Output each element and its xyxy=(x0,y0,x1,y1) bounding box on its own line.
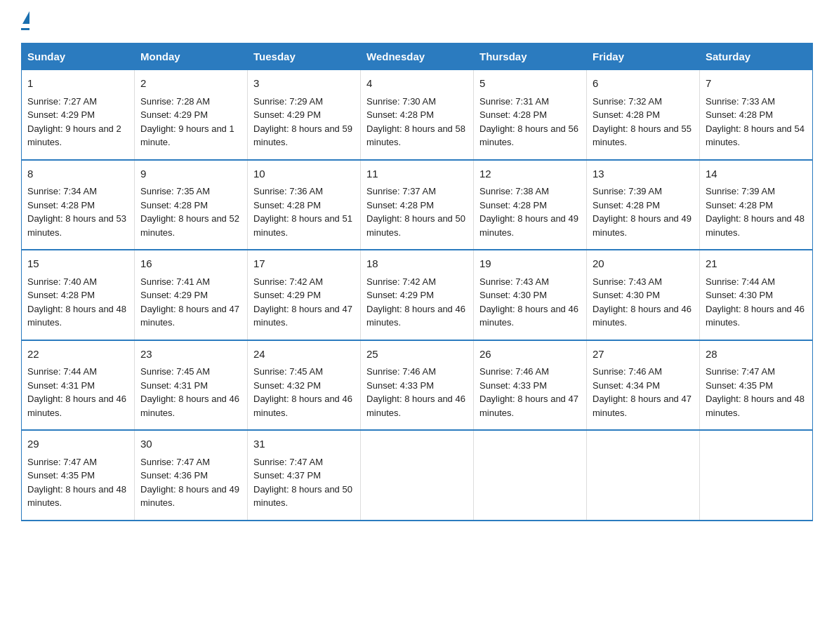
calendar-cell: 13 Sunrise: 7:39 AM Sunset: 4:28 PM Dayl… xyxy=(587,160,700,250)
day-sunset: Sunset: 4:28 PM xyxy=(706,108,807,122)
day-number: 18 xyxy=(366,256,468,272)
column-header-saturday: Saturday xyxy=(700,43,813,70)
day-sunrise: Sunrise: 7:45 AM xyxy=(253,365,355,379)
day-number: 26 xyxy=(479,347,581,363)
logo xyxy=(21,14,29,30)
calendar-table: SundayMondayTuesdayWednesdayThursdayFrid… xyxy=(21,43,813,521)
day-sunset: Sunset: 4:29 PM xyxy=(140,108,241,122)
calendar-cell: 7 Sunrise: 7:33 AM Sunset: 4:28 PM Dayli… xyxy=(700,70,813,160)
day-daylight: Daylight: 8 hours and 59 minutes. xyxy=(253,122,355,149)
day-number: 22 xyxy=(27,347,128,363)
day-daylight: Daylight: 8 hours and 47 minutes. xyxy=(140,302,241,330)
calendar-cell: 24 Sunrise: 7:45 AM Sunset: 4:32 PM Dayl… xyxy=(248,340,361,431)
day-daylight: Daylight: 8 hours and 49 minutes. xyxy=(140,483,241,510)
day-sunset: Sunset: 4:33 PM xyxy=(479,379,581,393)
day-sunset: Sunset: 4:37 PM xyxy=(253,469,355,483)
day-daylight: Daylight: 8 hours and 54 minutes. xyxy=(706,122,807,149)
day-sunrise: Sunrise: 7:37 AM xyxy=(366,185,468,199)
day-sunrise: Sunrise: 7:42 AM xyxy=(253,275,355,289)
calendar-cell: 20 Sunrise: 7:43 AM Sunset: 4:30 PM Dayl… xyxy=(587,250,700,340)
day-sunrise: Sunrise: 7:31 AM xyxy=(479,95,581,109)
calendar-cell: 19 Sunrise: 7:43 AM Sunset: 4:30 PM Dayl… xyxy=(474,250,587,340)
day-daylight: Daylight: 8 hours and 52 minutes. xyxy=(140,212,241,239)
day-sunrise: Sunrise: 7:32 AM xyxy=(593,95,694,109)
column-header-wednesday: Wednesday xyxy=(361,43,474,70)
day-sunset: Sunset: 4:28 PM xyxy=(27,288,128,302)
day-number: 25 xyxy=(366,347,468,363)
day-number: 14 xyxy=(706,166,807,182)
day-sunset: Sunset: 4:28 PM xyxy=(593,199,694,213)
day-sunset: Sunset: 4:28 PM xyxy=(366,199,468,213)
day-sunrise: Sunrise: 7:41 AM xyxy=(140,275,241,289)
day-sunrise: Sunrise: 7:40 AM xyxy=(27,275,128,289)
day-sunset: Sunset: 4:33 PM xyxy=(366,379,468,393)
day-sunset: Sunset: 4:36 PM xyxy=(140,469,241,483)
calendar-cell: 16 Sunrise: 7:41 AM Sunset: 4:29 PM Dayl… xyxy=(135,250,248,340)
day-sunrise: Sunrise: 7:28 AM xyxy=(140,95,241,109)
calendar-cell: 4 Sunrise: 7:30 AM Sunset: 4:28 PM Dayli… xyxy=(361,70,474,160)
day-number: 16 xyxy=(140,256,241,272)
calendar-cell: 31 Sunrise: 7:47 AM Sunset: 4:37 PM Dayl… xyxy=(248,430,361,521)
calendar-week-row: 15 Sunrise: 7:40 AM Sunset: 4:28 PM Dayl… xyxy=(22,250,813,340)
calendar-cell: 8 Sunrise: 7:34 AM Sunset: 4:28 PM Dayli… xyxy=(22,160,135,250)
day-sunrise: Sunrise: 7:47 AM xyxy=(27,455,128,469)
day-sunrise: Sunrise: 7:43 AM xyxy=(479,275,581,289)
day-daylight: Daylight: 8 hours and 47 minutes. xyxy=(593,392,694,420)
day-daylight: Daylight: 8 hours and 49 minutes. xyxy=(479,212,581,239)
column-header-tuesday: Tuesday xyxy=(248,43,361,70)
day-sunrise: Sunrise: 7:33 AM xyxy=(706,95,807,109)
column-header-monday: Monday xyxy=(135,43,248,70)
day-daylight: Daylight: 8 hours and 53 minutes. xyxy=(27,212,128,239)
day-daylight: Daylight: 8 hours and 48 minutes. xyxy=(27,483,128,510)
day-sunrise: Sunrise: 7:45 AM xyxy=(140,365,241,379)
day-number: 24 xyxy=(253,347,355,363)
day-sunset: Sunset: 4:28 PM xyxy=(479,108,581,122)
day-sunrise: Sunrise: 7:29 AM xyxy=(253,95,355,109)
calendar-cell: 2 Sunrise: 7:28 AM Sunset: 4:29 PM Dayli… xyxy=(135,70,248,160)
day-sunrise: Sunrise: 7:35 AM xyxy=(140,185,241,199)
day-number: 12 xyxy=(479,166,581,182)
day-sunset: Sunset: 4:34 PM xyxy=(593,379,694,393)
calendar-cell: 22 Sunrise: 7:44 AM Sunset: 4:31 PM Dayl… xyxy=(22,340,135,431)
day-daylight: Daylight: 8 hours and 55 minutes. xyxy=(593,122,694,149)
day-number: 3 xyxy=(253,76,355,92)
day-sunset: Sunset: 4:31 PM xyxy=(140,379,241,393)
calendar-cell xyxy=(587,430,700,521)
day-number: 2 xyxy=(140,76,241,92)
day-sunrise: Sunrise: 7:47 AM xyxy=(140,455,241,469)
calendar-cell: 3 Sunrise: 7:29 AM Sunset: 4:29 PM Dayli… xyxy=(248,70,361,160)
calendar-cell: 15 Sunrise: 7:40 AM Sunset: 4:28 PM Dayl… xyxy=(22,250,135,340)
day-sunset: Sunset: 4:28 PM xyxy=(253,199,355,213)
day-sunset: Sunset: 4:29 PM xyxy=(140,288,241,302)
day-number: 23 xyxy=(140,347,241,363)
day-sunset: Sunset: 4:30 PM xyxy=(593,288,694,302)
day-daylight: Daylight: 8 hours and 50 minutes. xyxy=(253,483,355,510)
day-number: 7 xyxy=(706,76,807,92)
day-sunset: Sunset: 4:29 PM xyxy=(366,288,468,302)
day-daylight: Daylight: 8 hours and 48 minutes. xyxy=(706,392,807,420)
day-sunset: Sunset: 4:30 PM xyxy=(479,288,581,302)
day-sunrise: Sunrise: 7:39 AM xyxy=(593,185,694,199)
day-daylight: Daylight: 8 hours and 46 minutes. xyxy=(253,392,355,420)
day-number: 28 xyxy=(706,347,807,363)
day-sunrise: Sunrise: 7:46 AM xyxy=(479,365,581,379)
calendar-body: 1 Sunrise: 7:27 AM Sunset: 4:29 PM Dayli… xyxy=(22,70,813,521)
header-row: SundayMondayTuesdayWednesdayThursdayFrid… xyxy=(22,43,813,70)
day-daylight: Daylight: 8 hours and 48 minutes. xyxy=(27,302,128,330)
calendar-cell: 21 Sunrise: 7:44 AM Sunset: 4:30 PM Dayl… xyxy=(700,250,813,340)
day-number: 6 xyxy=(593,76,694,92)
logo-triangle-icon xyxy=(22,11,29,24)
calendar-cell: 5 Sunrise: 7:31 AM Sunset: 4:28 PM Dayli… xyxy=(474,70,587,160)
day-daylight: Daylight: 8 hours and 47 minutes. xyxy=(479,392,581,420)
day-daylight: Daylight: 8 hours and 47 minutes. xyxy=(253,302,355,330)
calendar-cell xyxy=(361,430,474,521)
day-sunset: Sunset: 4:28 PM xyxy=(593,108,694,122)
calendar-cell: 23 Sunrise: 7:45 AM Sunset: 4:31 PM Dayl… xyxy=(135,340,248,431)
calendar-cell: 27 Sunrise: 7:46 AM Sunset: 4:34 PM Dayl… xyxy=(587,340,700,431)
day-number: 27 xyxy=(593,347,694,363)
day-sunset: Sunset: 4:29 PM xyxy=(253,288,355,302)
day-sunset: Sunset: 4:28 PM xyxy=(366,108,468,122)
day-daylight: Daylight: 8 hours and 50 minutes. xyxy=(366,212,468,239)
day-number: 13 xyxy=(593,166,694,182)
day-sunset: Sunset: 4:35 PM xyxy=(27,469,128,483)
